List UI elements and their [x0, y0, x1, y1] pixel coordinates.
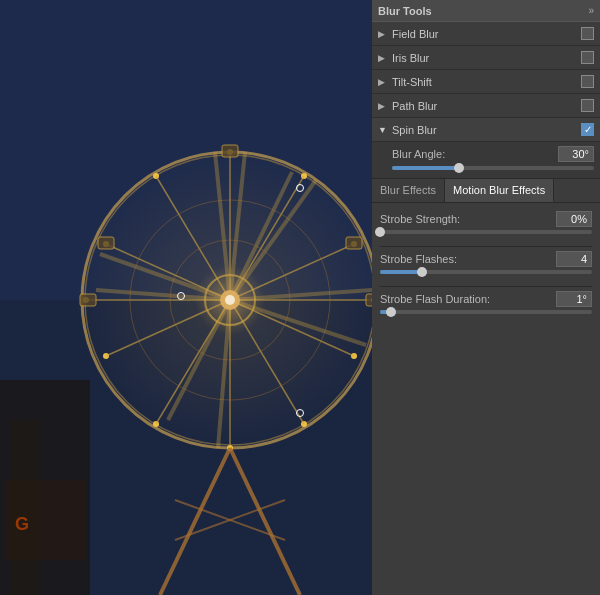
strobe-duration-row: Strobe Flash Duration: — [380, 291, 592, 314]
svg-point-44 — [225, 295, 235, 305]
field-blur-item[interactable]: ▶ Field Blur — [372, 22, 600, 46]
spin-blur-controls: Blur Angle: — [372, 142, 600, 179]
blur-angle-slider-thumb[interactable] — [454, 163, 464, 173]
ferris-wheel-svg: G — [0, 0, 372, 595]
blur-tools-section: ▶ Field Blur ▶ Iris Blur ▶ Tilt-Shift ▶ … — [372, 22, 600, 179]
strobe-duration-label: Strobe Flash Duration: — [380, 293, 490, 305]
tilt-shift-arrow: ▶ — [378, 77, 388, 87]
tab-blur-effects[interactable]: Blur Effects — [372, 179, 445, 202]
tilt-shift-item[interactable]: ▶ Tilt-Shift — [372, 70, 600, 94]
path-blur-arrow: ▶ — [378, 101, 388, 111]
right-panel: Blur Tools » ▶ Field Blur ▶ Iris Blur ▶ … — [372, 0, 600, 595]
svg-rect-54 — [346, 237, 362, 249]
strobe-flashes-value[interactable] — [556, 251, 592, 267]
control-point-1[interactable] — [296, 184, 304, 192]
field-blur-label: Field Blur — [392, 28, 581, 40]
ferris-wheel-image: G — [0, 0, 372, 595]
blur-angle-slider-fill — [392, 166, 459, 170]
control-point-2[interactable] — [177, 292, 185, 300]
strobe-duration-value[interactable] — [556, 291, 592, 307]
strobe-flashes-thumb[interactable] — [417, 267, 427, 277]
svg-rect-53 — [222, 145, 238, 157]
spin-blur-item[interactable]: ▼ Spin Blur ✓ — [372, 118, 600, 142]
tab-motion-blur-effects[interactable]: Motion Blur Effects — [445, 179, 554, 202]
divider-1 — [380, 246, 592, 247]
iris-blur-item[interactable]: ▶ Iris Blur — [372, 46, 600, 70]
path-blur-label: Path Blur — [392, 100, 581, 112]
tilt-shift-checkbox[interactable] — [581, 75, 594, 88]
field-blur-checkbox[interactable] — [581, 27, 594, 40]
blur-angle-row: Blur Angle: — [392, 146, 594, 162]
divider-2 — [380, 286, 592, 287]
iris-blur-arrow: ▶ — [378, 53, 388, 63]
panel-header: Blur Tools » — [372, 0, 600, 22]
iris-blur-label: Iris Blur — [392, 52, 581, 64]
spin-blur-label: Spin Blur — [392, 124, 581, 136]
field-blur-arrow: ▶ — [378, 29, 388, 39]
panel-title: Blur Tools — [378, 5, 432, 17]
spin-blur-checkbox[interactable]: ✓ — [581, 123, 594, 136]
spin-blur-arrow: ▼ — [378, 125, 388, 135]
svg-text:G: G — [15, 514, 29, 534]
strobe-flashes-row: Strobe Flashes: — [380, 251, 592, 274]
strobe-duration-thumb[interactable] — [386, 307, 396, 317]
path-blur-checkbox[interactable] — [581, 99, 594, 112]
strobe-duration-label-row: Strobe Flash Duration: — [380, 291, 592, 307]
strobe-strength-value[interactable] — [556, 211, 592, 227]
strobe-flashes-label-row: Strobe Flashes: — [380, 251, 592, 267]
path-blur-item[interactable]: ▶ Path Blur — [372, 94, 600, 118]
strobe-flashes-label: Strobe Flashes: — [380, 253, 457, 265]
strobe-strength-label: Strobe Strength: — [380, 213, 460, 225]
image-canvas: G — [0, 0, 372, 595]
strobe-duration-slider[interactable] — [380, 310, 592, 314]
strobe-strength-slider[interactable] — [380, 230, 592, 234]
strobe-strength-row: Strobe Strength: — [380, 211, 592, 234]
control-point-3[interactable] — [296, 409, 304, 417]
iris-blur-checkbox[interactable] — [581, 51, 594, 64]
blur-angle-label: Blur Angle: — [392, 148, 558, 160]
strobe-flashes-slider[interactable] — [380, 270, 592, 274]
svg-rect-55 — [366, 294, 372, 306]
blur-angle-input[interactable] — [558, 146, 594, 162]
panel-expand-icon[interactable]: » — [588, 5, 594, 16]
blur-effects-tabs: Blur Effects Motion Blur Effects — [372, 179, 600, 203]
motion-blur-effects-panel: Strobe Strength: Strobe Flashes: — [372, 203, 600, 595]
tilt-shift-label: Tilt-Shift — [392, 76, 581, 88]
svg-rect-56 — [80, 294, 96, 306]
strobe-strength-label-row: Strobe Strength: — [380, 211, 592, 227]
blur-angle-slider-track[interactable] — [392, 166, 594, 170]
strobe-strength-thumb[interactable] — [375, 227, 385, 237]
svg-rect-57 — [98, 237, 114, 249]
